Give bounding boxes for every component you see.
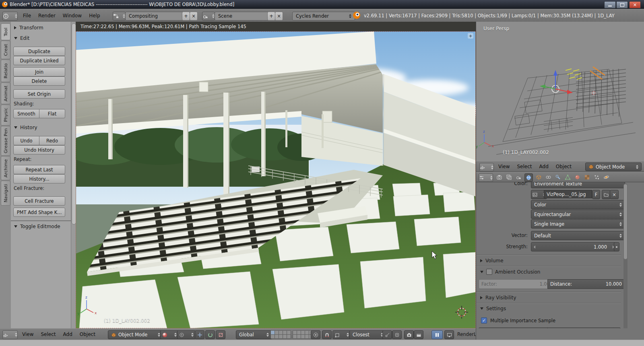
add-scene-button[interactable]: + (267, 12, 275, 21)
panel-settings[interactable]: Settings (480, 306, 506, 311)
snap-align-button[interactable] (382, 330, 392, 339)
mis-checkbox[interactable]: ✓ (481, 317, 487, 323)
tab-material-icon[interactable] (574, 173, 581, 181)
layout-icon-button[interactable] (113, 12, 126, 21)
environment-texture-button[interactable]: Environment Texture (531, 182, 625, 188)
tab-physics[interactable]: Physic (1, 105, 10, 126)
delete-scene-button[interactable]: × (275, 12, 283, 21)
join-button[interactable]: Join (13, 67, 65, 76)
redo-button[interactable]: Redo (39, 136, 65, 145)
tab-create[interactable]: Creat (1, 41, 10, 59)
ao-checkbox[interactable] (486, 269, 492, 275)
editor-type-selector[interactable] (479, 173, 493, 182)
editor-type-selector[interactable] (479, 163, 494, 171)
snap-element-select[interactable] (332, 330, 351, 339)
pause-button[interactable] (431, 330, 443, 339)
manipulator-rotate-button[interactable] (205, 330, 215, 339)
menu-object[interactable]: Object (76, 330, 99, 338)
panel-volume[interactable]: Volume (480, 258, 504, 264)
tab-animation[interactable]: Animat (1, 82, 10, 104)
strength-slider[interactable]: 1.000 (531, 242, 617, 251)
editor-type-selector[interactable] (2, 12, 18, 21)
menu-select[interactable]: Select (513, 163, 535, 171)
tab-texture-icon[interactable] (583, 173, 591, 181)
tab-modifiers-icon[interactable] (554, 173, 562, 181)
scene-icon-button[interactable] (202, 12, 215, 21)
ao-factor-field[interactable]: Factor: 1.00 (479, 279, 553, 289)
screen-layout-field[interactable]: Compositing (125, 12, 188, 21)
tab-physics-icon[interactable] (603, 173, 610, 181)
tab-grease-pencil[interactable]: Grease Pen (1, 126, 10, 156)
tab-particles-icon[interactable] (593, 173, 601, 181)
menu-help[interactable]: Help (85, 12, 103, 20)
ao-distance-field[interactable]: Distance: 10.000 (547, 279, 625, 289)
snap-target-select[interactable]: Closest (349, 330, 386, 339)
tab-archimesh[interactable]: Archime (1, 156, 10, 180)
snap-peel-button[interactable] (392, 330, 402, 339)
tab-constraints-icon[interactable] (545, 173, 552, 181)
manipulator-translate-button[interactable] (195, 330, 204, 339)
panel-transform[interactable]: Transform (14, 25, 43, 31)
minimize-button[interactable] (604, 1, 616, 8)
viewport-shading-select[interactable] (160, 330, 179, 339)
unlink-image-button[interactable]: × (610, 190, 619, 199)
fake-user-button[interactable]: F (592, 190, 600, 199)
menu-view[interactable]: View (19, 330, 37, 338)
snap-magnet-button[interactable] (322, 330, 332, 339)
region-plus-handle[interactable]: + (468, 33, 473, 39)
layer-toggle[interactable] (287, 334, 291, 339)
shade-flat-button[interactable]: Flat (39, 109, 65, 118)
manipulator-scale-button[interactable] (216, 330, 225, 339)
viewport-3d[interactable]: Time:27:22.65 | Mem:96.63M, Peak:120.61M… (76, 22, 476, 328)
strength-extra-button[interactable] (614, 242, 619, 251)
scrollbar-thumb[interactable] (624, 184, 627, 259)
render-engine-select[interactable]: Cycles Render (292, 12, 355, 21)
vector-select[interactable]: Default (531, 231, 625, 240)
properties-scrollbar[interactable] (623, 183, 627, 338)
undo-button[interactable]: Undo (13, 136, 39, 145)
panel-ray-visibility[interactable]: Ray Visibility (480, 295, 516, 301)
history-button[interactable]: History... (13, 174, 65, 183)
tab-scene-icon[interactable] (515, 173, 522, 181)
source-select[interactable]: Single Image (531, 219, 625, 229)
panel-ambient-occlusion[interactable]: Ambient Occlusion (480, 269, 540, 275)
delete-button[interactable]: Delete (13, 76, 65, 86)
opengl-render-button[interactable] (404, 330, 414, 339)
delete-layout-button[interactable]: × (190, 12, 198, 21)
decrement-arrow-icon[interactable] (534, 245, 535, 249)
render-layer-widget[interactable]: RenderL (456, 330, 476, 338)
menu-view[interactable]: View (495, 163, 513, 171)
tab-render-icon[interactable] (495, 173, 503, 181)
panel-toggle-editmode[interactable]: Toggle Editmode (14, 224, 60, 229)
panel-history[interactable]: History (14, 125, 37, 130)
panel-edit[interactable]: Edit (14, 35, 29, 41)
tab-object-icon[interactable] (535, 173, 543, 181)
tab-relations[interactable]: Relatio (1, 60, 10, 82)
orientation-select[interactable]: Global (236, 330, 272, 339)
close-button[interactable]: × (629, 1, 641, 8)
menu-object[interactable]: Object (552, 163, 575, 171)
menu-window[interactable]: Window (59, 12, 85, 20)
menu-select[interactable]: Select (37, 330, 59, 338)
image-name-field[interactable]: VizPeop..._05.jpg (544, 190, 592, 198)
open-image-button[interactable] (602, 190, 611, 199)
tab-data-icon[interactable] (564, 173, 572, 181)
duplicate-linked-button[interactable]: Duplicate Linked (13, 56, 65, 65)
opengl-anim-button[interactable] (414, 330, 423, 339)
repeat-last-button[interactable]: Repeat Last (13, 165, 65, 174)
shade-smooth-button[interactable]: Smooth (13, 109, 39, 118)
tab-world-icon[interactable] (524, 173, 533, 182)
set-origin-button[interactable]: Set Origin (13, 89, 65, 99)
mode-select[interactable]: Object Mode (585, 163, 642, 171)
menu-render[interactable]: Render (35, 12, 59, 20)
cell-fracture-button[interactable]: Cell Fracture (13, 196, 65, 206)
pmt-add-shape-button[interactable]: PMT Add Shape K... (13, 208, 65, 217)
scene-name-field[interactable]: Scene (215, 12, 273, 21)
tab-navigation[interactable]: Navigati (1, 181, 10, 206)
tab-render-layers-icon[interactable] (505, 173, 513, 181)
add-layout-button[interactable]: + (182, 12, 190, 21)
viewport-wireframe[interactable]: zxy User Persp (1) 1D_LAY002.002 (476, 22, 644, 161)
menu-add[interactable]: Add (536, 163, 552, 171)
mode-select[interactable]: Object Mode (108, 330, 163, 339)
editor-type-selector[interactable] (2, 330, 18, 339)
